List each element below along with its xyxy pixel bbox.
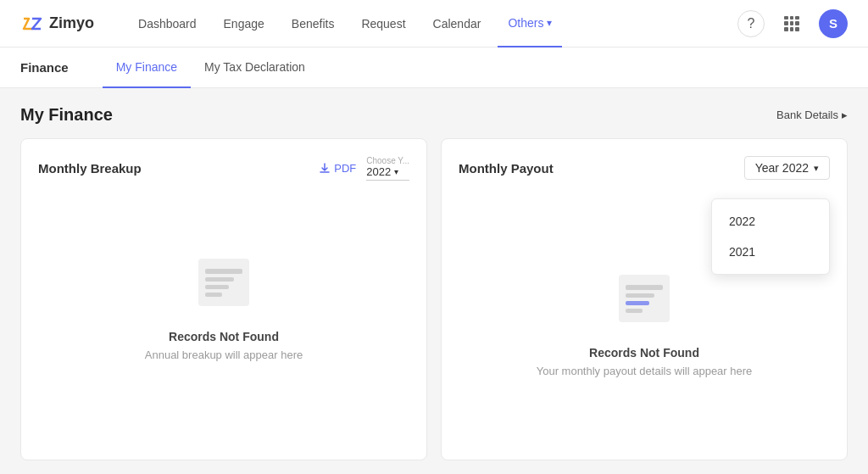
year-option-2022[interactable]: 2022 bbox=[712, 206, 829, 237]
pdf-label: PDF bbox=[334, 162, 356, 175]
breakup-empty-state: Records Not Found Annual breakup will ap… bbox=[38, 198, 409, 412]
svg-rect-5 bbox=[205, 293, 222, 297]
svg-rect-3 bbox=[205, 277, 234, 282]
payout-year-dropdown-button[interactable]: Year 2022 ▾ bbox=[744, 156, 830, 180]
pdf-download-button[interactable]: PDF bbox=[319, 162, 356, 175]
payout-empty-icon bbox=[610, 265, 678, 332]
svg-rect-4 bbox=[205, 285, 229, 289]
cards-row: Monthly Breakup PDF Choose Y... 2022 bbox=[20, 138, 848, 460]
svg-rect-8 bbox=[626, 293, 654, 298]
breakup-card-title: Monthly Breakup bbox=[38, 161, 142, 176]
nav-others-label: Others bbox=[508, 16, 543, 30]
payout-year-label: Year 2022 bbox=[755, 161, 809, 175]
year-option-2021[interactable]: 2021 bbox=[712, 237, 829, 267]
help-icon: ? bbox=[748, 16, 755, 31]
download-icon bbox=[319, 163, 331, 175]
breakup-empty-title: Records Not Found bbox=[169, 330, 279, 343]
avatar[interactable]: S bbox=[819, 9, 848, 38]
grid-icon bbox=[784, 16, 799, 31]
page-content: My Finance Bank Details ▸ Monthly Breaku… bbox=[0, 88, 868, 474]
monthly-payout-card: Monthly Payout Year 2022 ▾ 2022 2021 bbox=[441, 138, 848, 460]
page-title: My Finance bbox=[20, 105, 113, 125]
nav-engage[interactable]: Engage bbox=[214, 0, 275, 47]
sub-nav-tabs: My Finance My Tax Declaration bbox=[103, 47, 848, 88]
help-button[interactable]: ? bbox=[737, 10, 765, 37]
year-chevron-icon: ▾ bbox=[394, 167, 398, 176]
payout-empty-subtitle: Your monthly payout details will appear … bbox=[537, 365, 753, 377]
logo-text: Zimyo bbox=[49, 14, 94, 32]
sub-navigation: Finance My Finance My Tax Declaration bbox=[0, 47, 868, 88]
nav-calendar[interactable]: Calendar bbox=[423, 0, 492, 47]
year-dropdown-menu: 2022 2021 bbox=[711, 198, 830, 275]
logo[interactable]: Zimyo bbox=[20, 12, 94, 36]
bank-details-label: Bank Details bbox=[776, 109, 838, 121]
payout-year-wrapper: Year 2022 ▾ 2022 2021 bbox=[744, 156, 830, 180]
choose-year-hint: Choose Y... bbox=[366, 156, 409, 165]
monthly-breakup-card: Monthly Breakup PDF Choose Y... 2022 bbox=[20, 138, 427, 460]
chevron-down-icon: ▾ bbox=[547, 17, 552, 29]
avatar-letter: S bbox=[829, 16, 837, 31]
year-select-small[interactable]: Choose Y... 2022 ▾ bbox=[366, 156, 409, 181]
nav-right: ? S bbox=[737, 9, 848, 38]
nav-links: Dashboard Engage Benefits Request Calend… bbox=[128, 0, 737, 47]
sub-nav-title: Finance bbox=[20, 60, 69, 75]
svg-rect-9 bbox=[626, 301, 649, 305]
breakup-card-header: Monthly Breakup PDF Choose Y... 2022 bbox=[38, 156, 409, 181]
bank-details-button[interactable]: Bank Details ▸ bbox=[776, 109, 848, 121]
year-value[interactable]: 2022 ▾ bbox=[366, 165, 409, 181]
svg-rect-0 bbox=[20, 12, 44, 36]
payout-chevron-icon: ▾ bbox=[814, 163, 819, 174]
svg-rect-2 bbox=[205, 269, 242, 274]
bank-details-arrow-icon: ▸ bbox=[842, 109, 848, 121]
svg-rect-6 bbox=[619, 275, 670, 322]
tab-my-finance[interactable]: My Finance bbox=[103, 47, 191, 88]
tab-tax-declaration[interactable]: My Tax Declaration bbox=[191, 47, 319, 88]
payout-empty-title: Records Not Found bbox=[589, 346, 699, 360]
payout-card-header: Monthly Payout Year 2022 ▾ 2022 2021 bbox=[459, 156, 830, 180]
nav-benefits[interactable]: Benefits bbox=[281, 0, 345, 47]
breakup-card-actions: PDF Choose Y... 2022 ▾ bbox=[319, 156, 409, 181]
page-header: My Finance Bank Details ▸ bbox=[20, 105, 848, 125]
nav-others[interactable]: Others ▾ bbox=[498, 0, 562, 47]
nav-request[interactable]: Request bbox=[351, 0, 415, 47]
svg-rect-7 bbox=[626, 285, 663, 290]
top-navigation: Zimyo Dashboard Engage Benefits Request … bbox=[0, 0, 868, 47]
logo-icon bbox=[20, 12, 44, 36]
nav-dashboard[interactable]: Dashboard bbox=[128, 0, 207, 47]
svg-rect-1 bbox=[198, 259, 249, 306]
payout-card-title: Monthly Payout bbox=[459, 161, 554, 176]
svg-rect-10 bbox=[626, 309, 643, 313]
grid-menu-button[interactable] bbox=[778, 10, 805, 37]
breakup-empty-icon bbox=[190, 248, 258, 316]
breakup-empty-subtitle: Annual breakup will appear here bbox=[145, 349, 303, 361]
